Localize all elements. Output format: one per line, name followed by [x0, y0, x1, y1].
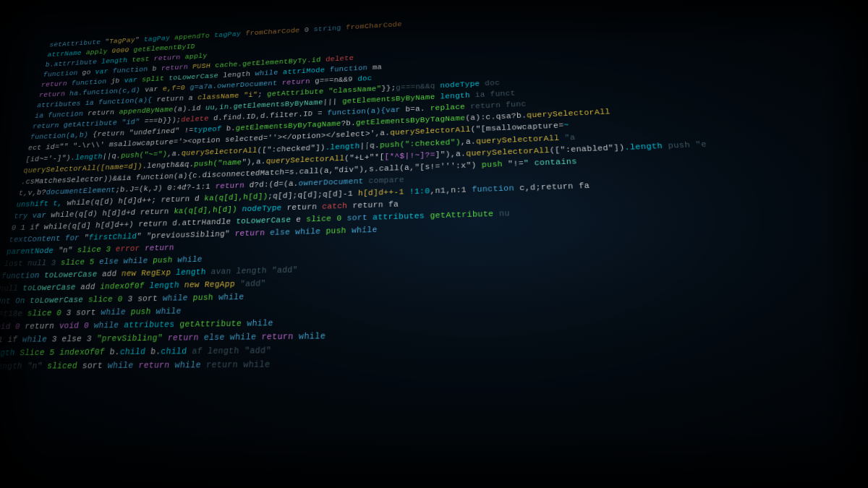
code-background: setAttribute "TagPay" tagPay appendTo ta…	[0, 0, 868, 488]
code-layer: setAttribute "TagPay" tagPay appendTo ta…	[0, 0, 868, 488]
